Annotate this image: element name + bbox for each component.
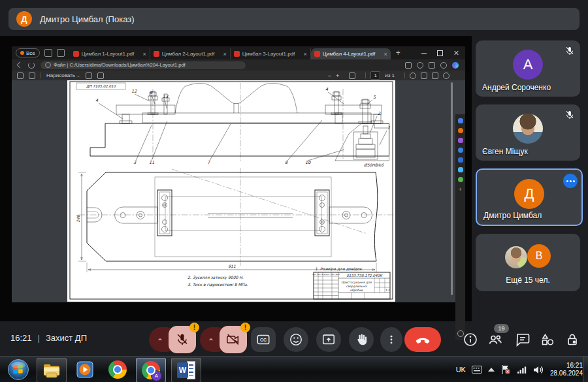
tab-group-chip[interactable]: Все [16, 48, 40, 57]
more-participants-label: Ещё 15 чел. [476, 276, 580, 285]
tab-close-icon[interactable]: × [223, 51, 227, 57]
svg-text:1. Розміри для довідок.: 1. Розміри для довідок. [315, 266, 363, 272]
new-tab-button[interactable]: + [396, 48, 400, 57]
reactions-button[interactable] [284, 327, 308, 352]
tile-options-button[interactable] [563, 174, 578, 188]
browser-extensions-area [405, 62, 465, 69]
taskbar-word-button[interactable]: W [171, 358, 201, 382]
address-url: Файл | C:/Users/dima/Downloads/Цимбал%20… [54, 62, 186, 68]
taskbar-explorer-button[interactable] [37, 358, 67, 382]
action-center-flag-icon[interactable] [500, 364, 511, 375]
address-field[interactable]: Файл | C:/Users/dima/Downloads/Цимбал%20… [41, 61, 246, 69]
taskbar-chrome-active-button[interactable]: A [136, 358, 166, 382]
settings-icon[interactable] [443, 72, 449, 79]
title-block: 0133.738.172.040К Пристосування для свер… [312, 272, 390, 299]
zoom-out-button[interactable]: − [328, 72, 331, 79]
captions-button[interactable]: CC [251, 327, 276, 352]
taskbar-chrome-button[interactable] [103, 358, 132, 381]
chrome-icon: A [142, 361, 160, 379]
collections-icon[interactable] [429, 62, 435, 69]
sidebar-app-icon[interactable] [458, 167, 463, 172]
participant-tile-3-active-speaker[interactable]: Д Дмитро Цимбал [476, 168, 583, 226]
participant-count-badge: 19 [494, 324, 509, 333]
show-desktop-button[interactable] [583, 357, 588, 382]
sidebar-add-icon[interactable]: + [459, 187, 462, 192]
fit-dimension: Ø50H8/k6 [364, 163, 384, 167]
browser-tab-1[interactable]: Цимбал 1-Layout1.pdf× [70, 48, 150, 59]
tab-close-icon[interactable]: × [384, 51, 387, 57]
draw-tool-label[interactable]: Нарисовать [46, 72, 75, 78]
camera-options-button[interactable] [200, 327, 222, 352]
fit-page-icon[interactable] [349, 72, 355, 79]
divider [365, 72, 366, 78]
highlighter-icon[interactable] [97, 72, 104, 79]
chat-icon[interactable] [515, 332, 531, 347]
save-icon[interactable] [432, 72, 438, 79]
raise-hand-button[interactable] [349, 327, 374, 352]
callout-leaders [99, 92, 387, 161]
activities-icon[interactable] [540, 332, 555, 347]
present-button[interactable] [316, 327, 341, 352]
host-controls-icon[interactable] [564, 332, 580, 347]
more-options-button[interactable] [380, 327, 402, 352]
start-button[interactable] [3, 358, 34, 381]
browser-tabs: Цимбал 1-Layout1.pdf× Цимбал 2-Layout1.p… [70, 46, 391, 59]
extension-icon[interactable] [417, 62, 423, 69]
sidebar-app-icon[interactable] [458, 148, 463, 153]
print-icon[interactable] [421, 72, 427, 79]
sidebar-app-icon[interactable] [458, 157, 463, 163]
browser-tab-2[interactable]: Цимбал 2-Layout1.pdf× [150, 48, 231, 59]
side-view: Ø50H8/k6 [90, 83, 390, 167]
keyboard-icon[interactable] [472, 366, 482, 374]
participants-icon[interactable] [487, 332, 503, 347]
pdf-scrollbar[interactable] [451, 82, 453, 295]
tray-expand-icon[interactable] [488, 368, 495, 372]
windows-taskbar: A W UK 16:21 28.06.2024 [0, 356, 588, 382]
sidebar-app-icon[interactable] [458, 177, 463, 182]
page-number-input[interactable]: 1 [370, 71, 380, 80]
tab-close-icon[interactable]: × [143, 51, 146, 57]
system-tray: UK 16:21 28.06.2024 [456, 357, 583, 382]
minimize-icon[interactable] [421, 53, 427, 54]
browser-tab-3[interactable]: Цимбал 3-Layout1.pdf× [231, 48, 311, 59]
toc-icon[interactable] [17, 72, 24, 79]
overflow-participants-tile[interactable]: В Ещё 15 чел. [476, 234, 580, 291]
copilot-icon[interactable] [452, 62, 459, 69]
divider [404, 72, 405, 78]
participant-tile-1[interactable]: А Андрей Сороченко [476, 40, 580, 97]
tab-close-icon[interactable]: × [304, 51, 307, 57]
search-icon[interactable] [410, 72, 416, 79]
reload-icon[interactable] [28, 62, 35, 69]
eraser-icon[interactable] [86, 72, 92, 79]
mic-options-button[interactable] [149, 327, 171, 352]
browser-tab-4-active[interactable]: Цимбал 4-Layout1.pdf× [311, 48, 391, 59]
profile-icon[interactable] [440, 62, 447, 69]
tab-list-icon[interactable] [57, 49, 65, 57]
participant-tile-2[interactable]: Євген Міщук [476, 104, 580, 161]
volume-icon[interactable] [533, 365, 544, 375]
network-signal-icon[interactable] [517, 365, 527, 374]
meeting-details-icon[interactable] [463, 332, 478, 347]
end-call-button[interactable] [404, 327, 441, 352]
participant-photo [505, 246, 527, 268]
language-indicator[interactable]: UK [456, 366, 466, 374]
svg-text:ДП 7105.02.010: ДП 7105.02.010 [86, 84, 116, 88]
taskbar-clock[interactable]: 16:21 28.06.2024 [550, 362, 583, 377]
sidebar-app-icon[interactable] [458, 118, 463, 123]
maximize-icon[interactable] [437, 50, 443, 56]
pen-icon[interactable] [29, 72, 35, 79]
page-info-icon[interactable] [45, 62, 51, 68]
sidebar-app-icon[interactable] [458, 128, 463, 133]
back-icon[interactable] [17, 62, 24, 69]
dimension-240: 240 [76, 172, 86, 261]
meeting-control-bar: 16:21 | Захист ДП ! ! CC [0, 323, 588, 356]
clock-time: 16:21 [550, 362, 583, 370]
favorites-icon[interactable] [405, 62, 412, 69]
close-icon[interactable] [453, 50, 459, 56]
taskbar-media-player-button[interactable] [71, 358, 99, 381]
sidebar-app-icon[interactable] [458, 138, 463, 143]
chevron-down-icon[interactable]: ⌄ [76, 73, 80, 78]
camera-control-group: ! [200, 326, 251, 353]
zoom-in-button[interactable]: + [336, 72, 339, 79]
tab-search-icon[interactable] [44, 49, 52, 57]
